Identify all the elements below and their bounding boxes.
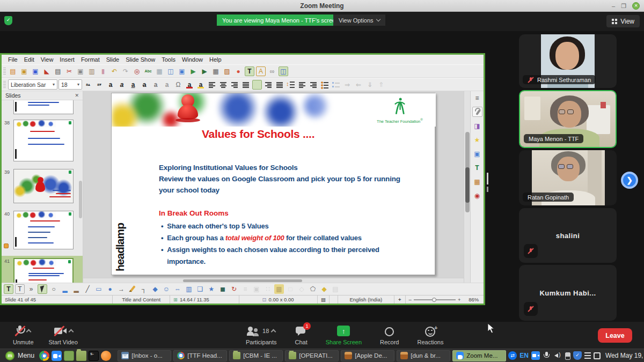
line-ends-arrow-icon[interactable]: →: [116, 284, 126, 294]
crop-icon[interactable]: □: [286, 284, 295, 294]
files-launcher-icon[interactable]: [76, 351, 86, 361]
chevron-up-icon[interactable]: [26, 329, 32, 335]
record-button[interactable]: Record: [380, 325, 399, 345]
zoom-percent[interactable]: 86%: [464, 295, 484, 304]
window-cbm[interactable]: [CBM - IE ...: [229, 350, 283, 361]
3d-objects-icon[interactable]: ◼: [218, 284, 228, 294]
status-language[interactable]: English (India): [338, 295, 394, 304]
line-color-icon[interactable]: ▂: [71, 284, 81, 294]
window-tray-icon[interactable]: [594, 352, 601, 359]
insert-image-icon[interactable]: ▨: [222, 67, 232, 76]
window-operati[interactable]: [OPERATI...: [285, 350, 339, 361]
spelling-icon[interactable]: Abc: [143, 67, 153, 76]
battery-tray-icon[interactable]: [565, 352, 570, 360]
close-button[interactable]: ✕: [632, 2, 640, 10]
properties-icon[interactable]: [472, 107, 482, 117]
move-up-icon[interactable]: ⇑: [376, 80, 386, 90]
window-dun-br[interactable]: [dun & br...: [397, 350, 450, 361]
align-center-icon[interactable]: [218, 80, 228, 90]
window-inbox[interactable]: [Inbox - o...: [118, 350, 171, 361]
more-tools-icon[interactable]: »: [26, 284, 36, 294]
unmute-button[interactable]: Unmute: [13, 325, 34, 345]
ordered-list-icon[interactable]: [331, 80, 341, 90]
paragraph-space-increase-icon[interactable]: [297, 80, 307, 90]
next-participants-page-button[interactable]: ❯: [621, 172, 638, 189]
menu-tools[interactable]: Tools: [158, 56, 179, 63]
shadow-toggle-icon[interactable]: ▩: [274, 284, 284, 294]
basic-shapes-icon[interactable]: ◆: [150, 284, 160, 294]
menu-format[interactable]: Format: [78, 56, 103, 63]
redo-icon[interactable]: ↷: [121, 67, 130, 76]
slide-transition-icon[interactable]: ◨: [472, 121, 482, 131]
slide-thumbnail-41-selected[interactable]: 41: [13, 258, 75, 283]
strikethrough-icon[interactable]: a: [140, 80, 149, 90]
start-video-button[interactable]: Start Video: [49, 325, 78, 345]
gallery-icon[interactable]: ▤: [331, 284, 340, 294]
underline-icon[interactable]: a: [128, 80, 138, 90]
insert-table-icon[interactable]: ▦: [211, 67, 221, 76]
rectangle-icon[interactable]: ▭: [94, 284, 104, 294]
participants-button[interactable]: 18 Participants: [246, 325, 276, 345]
chrome-launcher-icon[interactable]: [39, 351, 49, 361]
master-slides-icon[interactable]: ▣: [472, 149, 482, 159]
display-views-icon[interactable]: ◫: [166, 67, 175, 76]
leave-button[interactable]: Leave: [598, 328, 632, 343]
clone-formatting-icon[interactable]: ▮: [98, 67, 108, 76]
bold-icon[interactable]: a: [106, 80, 115, 90]
rotate-icon[interactable]: ↻: [229, 284, 239, 294]
menu-view[interactable]: View: [38, 56, 57, 63]
slide-thumbnail-39[interactable]: 39: [13, 169, 75, 203]
save-icon[interactable]: ▣: [31, 67, 40, 76]
slide-thumbnail-40[interactable]: 40: [13, 211, 75, 249]
menu-slide[interactable]: Slide: [103, 56, 122, 63]
align-right-icon[interactable]: [230, 80, 239, 90]
chevron-up-icon[interactable]: [68, 329, 74, 335]
participant-tile-maya-active-speaker[interactable]: Maya Menon - TTF: [519, 90, 617, 148]
clock[interactable]: Wed May 19, 14:45: [603, 352, 644, 359]
insert-vertical-text-icon[interactable]: T: [15, 284, 25, 294]
horizontal-scrollbar[interactable]: [83, 278, 464, 283]
animation-icon[interactable]: ★: [472, 135, 482, 145]
align-left-icon[interactable]: [207, 80, 217, 90]
chevron-up-icon[interactable]: [271, 329, 276, 335]
clipboard-tray-icon[interactable]: [584, 352, 591, 359]
text-styles-icon[interactable]: T: [472, 162, 482, 173]
speaker-tray-icon[interactable]: [554, 351, 562, 360]
print-icon[interactable]: ▤: [53, 67, 63, 76]
teamviewer-tray-icon[interactable]: ⇄: [508, 351, 517, 360]
participants-scrollbar[interactable]: [487, 173, 488, 184]
outline-font-icon[interactable]: a: [162, 80, 172, 90]
share-screen-button[interactable]: ↑ Share Screen: [326, 325, 362, 345]
align-objects-icon[interactable]: ≡: [240, 284, 250, 294]
insert-chart-icon[interactable]: ●: [233, 67, 243, 76]
zoom-pan-icon[interactable]: ○: [49, 284, 58, 294]
chat-button[interactable]: 1 Chat: [295, 325, 307, 345]
curve-icon[interactable]: [128, 284, 137, 294]
slide-thumbnail-38[interactable]: 38: [13, 120, 75, 161]
block-arrows-icon[interactable]: ⇔: [173, 284, 182, 294]
align-justified-icon[interactable]: [241, 80, 251, 90]
callouts-icon[interactable]: ❑: [195, 284, 205, 294]
unordered-list-icon[interactable]: [320, 80, 330, 90]
zoom-slider[interactable]: – +: [406, 295, 464, 304]
points-icon[interactable]: ⬠: [308, 284, 318, 294]
view-options-button[interactable]: View Options: [333, 14, 385, 26]
slides-panel-scrollbar[interactable]: [79, 181, 82, 218]
promote-icon[interactable]: ⇐: [354, 80, 363, 90]
toolbar-grip[interactable]: [3, 68, 6, 75]
menu-slide-show[interactable]: Slide Show: [122, 56, 158, 63]
gallery-icon[interactable]: ▦: [472, 176, 482, 187]
navigator-icon[interactable]: ◉: [472, 190, 482, 201]
participant-tile-shalini[interactable]: shalini: [519, 208, 617, 263]
notes-launcher-icon[interactable]: s-: [89, 351, 99, 361]
grow-font-icon[interactable]: a▴: [83, 80, 93, 90]
insert-textbox-icon[interactable]: T: [245, 67, 254, 76]
menu-button[interactable]: m Menu: [3, 350, 37, 362]
participant-tile-ratan[interactable]: Ratan Gopinath: [519, 150, 617, 205]
select-icon[interactable]: [38, 284, 47, 294]
move-down-icon[interactable]: ⇓: [365, 80, 375, 90]
paste-icon[interactable]: ▥: [87, 67, 97, 76]
master-slide-icon[interactable]: ▣: [177, 67, 187, 76]
menu-insert[interactable]: Insert: [56, 56, 78, 63]
text-direction-ltr-icon[interactable]: [252, 80, 262, 90]
